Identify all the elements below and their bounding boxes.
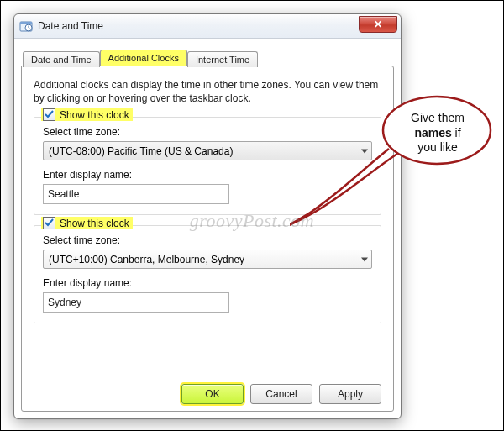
clock1-timezone-value: (UTC-08:00) Pacific Time (US & Canada) (49, 145, 233, 157)
clock1-group: Show this clock Select time zone: (UTC-0… (34, 117, 381, 215)
chevron-down-icon (361, 149, 368, 153)
close-icon: ✕ (374, 18, 382, 30)
close-button[interactable]: ✕ (359, 16, 397, 33)
panel-description: Additional clocks can display the time i… (34, 78, 381, 105)
clock2-show-checkbox[interactable] (43, 217, 55, 229)
chevron-down-icon (361, 257, 368, 261)
tabpanel-additional-clocks: Additional clocks can display the time i… (21, 66, 394, 412)
clock-icon (19, 19, 33, 33)
clock2-group: Show this clock Select time zone: (UTC+1… (34, 225, 381, 323)
button-row: OK Cancel Apply (181, 384, 381, 404)
titlebar: Date and Time ✕ (14, 14, 401, 39)
tabstrip: Date and Time Additional Clocks Internet… (21, 48, 394, 66)
clock2-name-value: Sydney (48, 297, 81, 308)
clock1-name-input[interactable]: Seattle (43, 184, 229, 204)
tab-internet-time[interactable]: Internet Time (187, 51, 258, 67)
clock2-show-wrap: Show this clock (41, 217, 133, 229)
dialog-window: Date and Time ✕ Date and Time Additional… (13, 13, 402, 419)
clock1-name-value: Seattle (48, 188, 79, 200)
window-title: Date and Time (38, 20, 103, 32)
clock2-timezone-value: (UTC+10:00) Canberra, Melbourne, Sydney (49, 254, 244, 265)
clock2-timezone-select[interactable]: (UTC+10:00) Canberra, Melbourne, Sydney (43, 250, 372, 269)
tab-date-and-time[interactable]: Date and Time (23, 51, 100, 67)
ok-button[interactable]: OK (181, 384, 244, 404)
clock1-show-checkbox[interactable] (43, 108, 55, 121)
clock1-timezone-select[interactable]: (UTC-08:00) Pacific Time (US & Canada) (43, 141, 372, 160)
cancel-button[interactable]: Cancel (250, 384, 312, 404)
client-area: Date and Time Additional Clocks Internet… (21, 45, 394, 412)
clock2-show-label: Show this clock (60, 218, 129, 229)
clock2-name-label: Enter display name: (43, 277, 372, 289)
apply-button[interactable]: Apply (319, 384, 381, 404)
clock1-name-label: Enter display name: (43, 169, 372, 181)
clock1-show-label: Show this clock (60, 109, 129, 121)
clock2-tz-label: Select time zone: (43, 234, 372, 246)
clock2-name-input[interactable]: Sydney (43, 292, 229, 313)
clock1-show-wrap: Show this clock (41, 108, 133, 121)
tab-additional-clocks[interactable]: Additional Clocks (100, 50, 187, 66)
clock1-tz-label: Select time zone: (43, 126, 372, 138)
svg-rect-1 (20, 22, 32, 24)
